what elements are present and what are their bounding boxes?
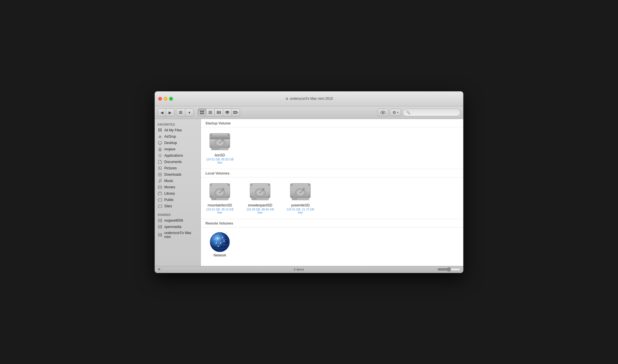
view-dropdown-button[interactable]: ▾ (232, 109, 240, 116)
status-close-button[interactable]: ✕ (158, 267, 161, 271)
sidebar-item-openmedia[interactable]: openmedia (155, 224, 201, 230)
network-item[interactable]: Network (205, 232, 234, 257)
svg-point-85 (211, 184, 212, 185)
svg-point-113 (291, 184, 293, 185)
statusbar: ✕ 5 items (155, 266, 463, 273)
sidebar-item-label: Pictures (164, 166, 177, 170)
yosemitesd-item[interactable]: yosemiteSD 124.51 GB, 21.72 GB free (286, 182, 315, 214)
downloads-icon (158, 172, 162, 177)
snowleopardsd-label: snowleopardSD (248, 203, 272, 207)
local-volumes-content: mountainlionSD 124.51 GB, 39.13 GB free (201, 177, 463, 219)
sidebar-item-mojave8056[interactable]: mojave8056 (155, 217, 201, 224)
server2-icon (158, 225, 162, 229)
svg-rect-44 (160, 188, 161, 188)
svg-point-87 (211, 196, 212, 198)
sidebar-item-all-my-files[interactable]: All My Files (155, 127, 201, 133)
svg-point-74 (228, 146, 229, 147)
svg-rect-18 (235, 111, 237, 112)
icon-view-button[interactable] (198, 109, 206, 116)
svg-rect-15 (228, 111, 229, 113)
svg-rect-14 (225, 111, 226, 113)
yosemitesd-label: yosemiteSD (291, 203, 310, 207)
titlebar: 🖥 underscor3's Mac mini 2010 (155, 91, 463, 106)
svg-point-79 (219, 192, 221, 194)
airdrop-icon (158, 134, 162, 139)
snowleopardsd-item[interactable]: snowleopardSD 124.28 GB, 88.84 GB free (246, 182, 274, 214)
mountainlionsd-item[interactable]: mountainlionSD 124.51 GB, 39.13 GB free (205, 182, 234, 214)
svg-point-100 (268, 184, 270, 185)
svg-point-102 (268, 196, 270, 198)
sidebar-item-label: Documents (164, 160, 182, 164)
maximize-button[interactable] (169, 97, 173, 101)
sidebar-item-pictures[interactable]: Pictures (155, 165, 201, 171)
sidebar-item-airdrop[interactable]: AirDrop (155, 133, 201, 140)
remote-volumes-content: Network (201, 227, 463, 262)
svg-rect-28 (158, 141, 162, 144)
arrange-button-group: ▾ (176, 108, 194, 116)
forward-button[interactable]: ▶ (166, 109, 174, 116)
sidebar-item-mojave[interactable]: mojave (155, 146, 201, 152)
sidebar-item-public[interactable]: Public (155, 197, 201, 203)
minimize-button[interactable] (164, 97, 167, 101)
svg-point-114 (308, 184, 310, 185)
all-my-files-icon (158, 128, 162, 133)
svg-rect-13 (226, 111, 228, 113)
svg-rect-26 (160, 130, 162, 131)
zoom-slider-container (437, 267, 460, 272)
network-label: Network (213, 253, 226, 257)
column-view-button[interactable] (215, 109, 223, 116)
svg-rect-5 (200, 113, 202, 114)
svg-point-53 (161, 226, 161, 226)
sidebar-item-label: mojave8056 (164, 219, 183, 223)
traffic-lights (158, 97, 173, 101)
sidebar-item-label: underscor3's Mac mini (164, 231, 198, 239)
back-button[interactable]: ◀ (158, 109, 166, 116)
sidebar-item-label: Public (164, 198, 174, 202)
lionsd-item[interactable]: lionSD 124.51 GB, 85.83 GB free (205, 132, 234, 164)
zoom-slider[interactable] (437, 267, 460, 272)
search-box[interactable]: 🔍 (403, 109, 460, 116)
arrange-dropdown[interactable]: ▾ (185, 109, 193, 116)
sidebar-item-library[interactable]: Library (155, 190, 201, 197)
search-input[interactable] (412, 110, 457, 114)
sidebar-item-underscor3[interactable]: underscor3's Mac mini (155, 230, 201, 240)
arrange-button[interactable] (176, 109, 185, 116)
gear-button[interactable]: ⚙ ▾ (390, 109, 401, 116)
network-drive-icon (208, 232, 231, 252)
svg-point-115 (291, 196, 293, 198)
main-content: FAVORITES All My Files (155, 119, 463, 266)
sidebar-item-sites[interactable]: Sites (155, 203, 201, 209)
sidebar-item-label: Movies (164, 185, 175, 189)
mountainlionsd-drive-icon (208, 182, 231, 202)
sidebar-item-label: mojave (164, 147, 176, 151)
svg-rect-10 (217, 111, 218, 114)
applications-icon (158, 153, 162, 158)
svg-rect-2 (179, 113, 182, 114)
coverflow-button[interactable] (223, 109, 232, 116)
svg-rect-82 (212, 198, 213, 200)
svg-point-50 (161, 221, 161, 222)
search-icon: 🔍 (406, 110, 410, 114)
svg-rect-112 (296, 198, 297, 200)
svg-point-73 (211, 146, 212, 147)
sidebar-item-documents[interactable]: Documents (155, 159, 201, 165)
svg-point-94 (263, 188, 264, 190)
close-button[interactable] (158, 97, 162, 101)
svg-rect-3 (200, 111, 202, 112)
svg-rect-111 (294, 198, 295, 200)
svg-rect-70 (218, 148, 219, 150)
sidebar-item-applications[interactable]: Applications (155, 152, 201, 159)
sidebar-item-music[interactable]: Music (155, 178, 201, 184)
svg-rect-4 (202, 111, 204, 112)
eye-button[interactable] (378, 109, 388, 116)
svg-rect-42 (161, 186, 162, 187)
svg-rect-90 (250, 183, 270, 189)
sidebar-item-movies[interactable]: Movies (155, 184, 201, 190)
sidebar-item-desktop[interactable]: Desktop (155, 140, 201, 146)
sidebar-item-downloads[interactable]: Downloads (155, 171, 201, 178)
svg-rect-20 (235, 113, 237, 114)
sidebar-item-label: Music (164, 179, 173, 183)
library-icon (158, 191, 162, 196)
list-view-button[interactable] (206, 109, 215, 116)
svg-rect-7 (209, 111, 212, 112)
